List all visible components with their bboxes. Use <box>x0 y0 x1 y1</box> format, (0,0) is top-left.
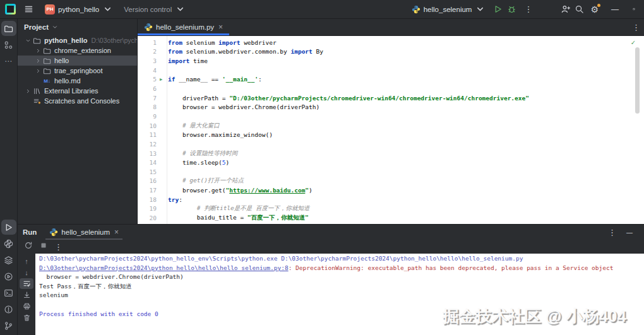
chevron-right-icon[interactable] <box>34 48 42 54</box>
stop-button[interactable] <box>39 241 48 252</box>
chevron-right-icon[interactable] <box>34 68 42 74</box>
debug-button[interactable] <box>506 4 516 15</box>
code-line[interactable]: 7 driverPath = "D:/03other/pycharmProjec… <box>138 93 644 103</box>
console-toolbar: ↑ ↓ <box>18 254 35 335</box>
prev-occurrence-icon[interactable]: ↑ <box>20 256 33 266</box>
soft-wrap-icon[interactable] <box>20 278 33 289</box>
code-line[interactable]: 19 # 判断title是不是 百度一下，你就知道 <box>138 204 644 214</box>
console-line <box>39 301 644 310</box>
more-actions-icon[interactable]: ⋮ <box>520 4 536 14</box>
tree-item-hello-md[interactable]: M↓hello.md <box>18 76 137 86</box>
code-text: # get()打开一个站点 <box>165 177 244 185</box>
code-line[interactable]: 16 # get()打开一个站点 <box>138 177 644 186</box>
tree-item-external-libraries[interactable]: External Libraries <box>18 86 137 96</box>
run-tab-hello-selenium[interactable]: hello_selenium × <box>45 225 122 240</box>
scroll-to-end-icon[interactable] <box>20 290 33 300</box>
print-icon[interactable] <box>20 301 33 312</box>
code-line[interactable]: 18try: <box>138 195 644 204</box>
settings-gear-icon[interactable]: ⚙ <box>588 4 601 15</box>
terminal-icon[interactable] <box>1 285 16 300</box>
line-number: 14 <box>138 159 157 166</box>
version-control-widget[interactable]: Version control <box>120 3 189 16</box>
chevron-down-icon <box>102 4 112 15</box>
code-text: time.sleep(5) <box>165 159 229 166</box>
code-with-me-icon[interactable] <box>560 4 570 15</box>
tree-item-label: External Libraries <box>44 87 98 95</box>
code-line[interactable]: 10 # 最大化窗口 <box>138 121 644 131</box>
run-more-options-icon[interactable]: ⋮ <box>54 242 63 252</box>
tree-item-trae-springboot[interactable]: trae_springboot <box>18 66 137 76</box>
tree-item-python-hello[interactable]: python_helloD:\03other\pycharmProje <box>18 35 137 45</box>
tree-item-label: python_hello <box>44 37 87 44</box>
code-line[interactable]: 3import time <box>138 56 644 66</box>
close-run-tab-icon[interactable]: × <box>114 228 119 237</box>
rerun-button[interactable] <box>24 241 33 252</box>
project-tool-icon[interactable] <box>1 21 16 36</box>
run-tool-icon[interactable] <box>1 220 16 235</box>
code-text: # 最大化窗口 <box>165 122 220 130</box>
console-file-link[interactable]: D:\03other\pycharmProjects2024\python_he… <box>39 264 289 271</box>
line-number: 4 <box>138 67 157 74</box>
chevron-down-icon[interactable] <box>52 24 58 30</box>
code-line[interactable]: 15 <box>138 167 644 177</box>
restore-window-button[interactable] <box>629 4 639 15</box>
run-line-icon[interactable]: ▶ <box>157 77 165 82</box>
editor-scrollbar[interactable] <box>635 47 640 114</box>
code-line[interactable]: 6 <box>138 84 644 93</box>
next-occurrence-icon[interactable]: ↓ <box>20 267 33 278</box>
structure-tool-icon[interactable] <box>1 37 16 52</box>
tree-item-hello[interactable]: hello <box>18 56 137 66</box>
pycharm-window: PH python_hello Version control hello_se… <box>0 0 644 335</box>
code-line[interactable]: 14 time.sleep(5) <box>138 158 644 167</box>
run-button[interactable] <box>492 4 503 15</box>
code-line[interactable]: 4 <box>138 66 644 75</box>
code-text: from selenium import webdriver <box>165 39 277 46</box>
console-line: selenium <box>39 291 644 301</box>
console-output[interactable]: D:\03other\pycharmProjects2024\python_he… <box>35 254 644 335</box>
code-line[interactable]: 1from selenium import webdriver <box>138 38 644 47</box>
code-line[interactable]: 13 # 设置隐性等待时间 <box>138 149 644 158</box>
line-number: 1 <box>138 39 157 46</box>
more-tool-windows-icon[interactable]: ⋯ <box>1 54 16 69</box>
code-line[interactable]: 11 browser.maximize_window() <box>138 130 644 139</box>
code-text: import time <box>165 57 208 64</box>
tree-item-scratches-and-consoles[interactable]: Scratches and Consoles <box>18 96 137 106</box>
chevron-right-icon[interactable] <box>24 88 32 94</box>
problems-icon[interactable] <box>1 302 16 317</box>
inspections-ok-icon[interactable]: ✓ <box>631 38 635 47</box>
editor-tab-hello-selenium[interactable]: hello_selenium.py × <box>138 19 229 35</box>
code-editor[interactable]: 1from selenium import webdriver2from sel… <box>138 36 644 224</box>
code-line[interactable]: 2from selenium.webdriver.common.by impor… <box>138 47 644 57</box>
services-icon[interactable] <box>1 269 16 284</box>
python-file-icon <box>412 5 420 14</box>
code-line[interactable]: 17 browser.get("https://www.baidu.com") <box>138 185 644 195</box>
git-branch-icon[interactable] <box>1 318 16 333</box>
code-line[interactable]: 8 browser = webdriver.Chrome(driverPath) <box>138 102 644 112</box>
search-everywhere-icon[interactable] <box>574 4 584 15</box>
run-toolbar: ⋮ <box>18 240 644 254</box>
line-number: 2 <box>138 48 157 55</box>
minimize-window-button[interactable]: — <box>605 5 625 14</box>
main-menu-button[interactable] <box>20 3 37 16</box>
code-line[interactable]: 9 <box>138 112 644 121</box>
tree-item-chrome-extension[interactable]: chrome_extension <box>18 45 137 56</box>
console-text: Test Pass，百度一下，你就知道 <box>39 283 131 290</box>
tree-item-label: hello <box>54 57 69 64</box>
code-line[interactable]: 5▶if __name__ == '__main__': <box>138 75 644 85</box>
clear-console-icon[interactable] <box>20 312 33 323</box>
run-panel: Run hello_selenium × ⋮ — ⋮ <box>18 224 644 335</box>
python-console-icon[interactable] <box>1 236 16 251</box>
code-line[interactable]: 20 baidu_title = "百度一下，你就知道" <box>138 213 644 223</box>
run-panel-options-icon[interactable]: ⋮ <box>604 228 620 237</box>
chevron-right-icon[interactable] <box>34 58 42 64</box>
console-line: Test Pass，百度一下，你就知道 <box>39 283 644 292</box>
close-tab-icon[interactable]: × <box>218 23 223 32</box>
chevron-down-icon[interactable] <box>24 38 32 44</box>
python-packages-icon[interactable] <box>1 252 16 267</box>
hide-run-panel-icon[interactable]: — <box>620 229 639 236</box>
project-widget[interactable]: PH python_hello <box>41 3 116 16</box>
editor-options-icon[interactable]: ⋮ <box>628 23 644 32</box>
code-line[interactable]: 12 <box>138 139 644 149</box>
run-configuration-widget[interactable]: hello_selenium <box>408 3 489 16</box>
run-tab-indicator <box>45 238 122 240</box>
